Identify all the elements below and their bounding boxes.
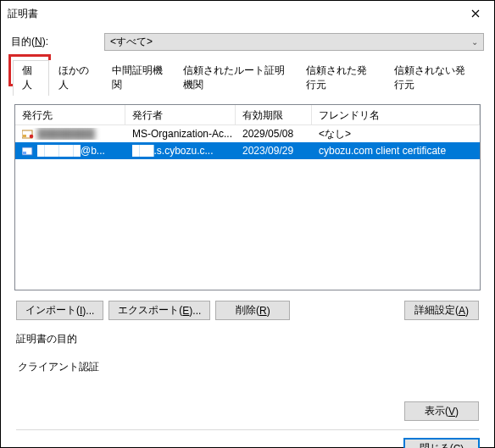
tab-untrusted-publishers[interactable]: 信頼されない発行元 [385, 60, 482, 96]
tab-personal[interactable]: 個人 [13, 60, 49, 96]
cell-expire: 2023/09/29 [236, 145, 312, 157]
svg-point-2 [30, 135, 34, 139]
table-row[interactable]: ████████ MS-Organization-Ac... 2029/05/0… [15, 125, 480, 142]
view-button[interactable]: 表示(V) [404, 401, 479, 421]
tabs-wrap: 個人 ほかの人 中間証明機関 信頼されたルート証明機関 信頼された発行元 信頼さ… [11, 59, 484, 448]
col-expire[interactable]: 有効期限 [236, 105, 312, 124]
cell-friendly: <なし> [312, 127, 480, 141]
tab-intermediate-ca[interactable]: 中間証明機関 [103, 60, 174, 96]
export-button[interactable]: エクスポート(E)... [108, 301, 210, 320]
titlebar: 証明書 [1, 1, 494, 26]
cell-expire: 2029/05/08 [236, 128, 312, 140]
purpose-select[interactable]: <すべて> ⌄ [104, 33, 484, 51]
tab-trusted-root-ca[interactable]: 信頼されたルート証明機関 [174, 60, 298, 96]
advanced-button[interactable]: 詳細設定(A) [404, 301, 479, 320]
purpose-row: 目的(N): <すべて> ⌄ [11, 33, 484, 51]
tab-trusted-publishers[interactable]: 信頼された発行元 [297, 60, 385, 96]
tab-other-people[interactable]: ほかの人 [49, 60, 103, 96]
svg-rect-4 [23, 152, 26, 154]
col-friendly-name[interactable]: フレンドリ名 [312, 105, 480, 124]
purpose-selected-value: <すべて> [110, 35, 153, 49]
table-row[interactable]: ██████@b... ███.s.cybozu.c... 2023/09/29… [15, 142, 480, 159]
cert-action-row: インポート(I)... エクスポート(E)... 削除(R) 詳細設定(A) [16, 301, 479, 320]
close-icon [471, 9, 480, 18]
col-issued-by[interactable]: 発行者 [125, 105, 236, 124]
dialog-body: 目的(N): <すべて> ⌄ 個人 ほかの人 中間証明機関 信頼されたルート証明… [1, 26, 494, 448]
certificate-icon [22, 146, 34, 156]
col-issued-to[interactable]: 発行先 [15, 105, 125, 124]
certificate-list[interactable]: 発行先 発行者 有効期限 フレンドリ名 ████████ MS-Organiza… [14, 104, 481, 290]
cell-issued-to: ██████@b... [15, 145, 125, 157]
cell-issued-by: ███.s.cybozu.c... [125, 145, 236, 157]
tab-panel-personal: 発行先 発行者 有効期限 フレンドリ名 ████████ MS-Organiza… [11, 96, 484, 448]
list-header: 発行先 発行者 有効期限 フレンドリ名 [15, 105, 480, 125]
certificates-dialog: 証明書 目的(N): <すべて> ⌄ 個人 ほかの人 中間証明機関 信頼されたル… [0, 0, 495, 448]
chevron-down-icon: ⌄ [471, 37, 478, 47]
cell-friendly: cybozu.com client certificate [312, 145, 480, 157]
intended-purpose-box: クライアント認証 [14, 351, 481, 376]
certificate-icon [22, 129, 34, 139]
cell-issued-by: MS-Organization-Ac... [125, 128, 236, 140]
close-row: 閉じる(C) [14, 430, 481, 448]
close-button[interactable]: 閉じる(C) [404, 439, 479, 448]
tab-strip: 個人 ほかの人 中間証明機関 信頼されたルート証明機関 信頼された発行元 信頼さ… [13, 59, 482, 96]
intended-purpose-value: クライアント認証 [16, 355, 479, 374]
import-button[interactable]: インポート(I)... [16, 301, 103, 320]
svg-rect-1 [23, 135, 26, 137]
view-row: 表示(V) [14, 401, 481, 421]
purpose-label: 目的(N): [11, 35, 104, 49]
cell-issued-to: ████████ [15, 128, 125, 140]
intended-purpose-label: 証明書の目的 [16, 332, 479, 346]
remove-button[interactable]: 削除(R) [215, 301, 290, 320]
window-title: 証明書 [8, 7, 456, 21]
window-close-button[interactable] [456, 1, 494, 26]
